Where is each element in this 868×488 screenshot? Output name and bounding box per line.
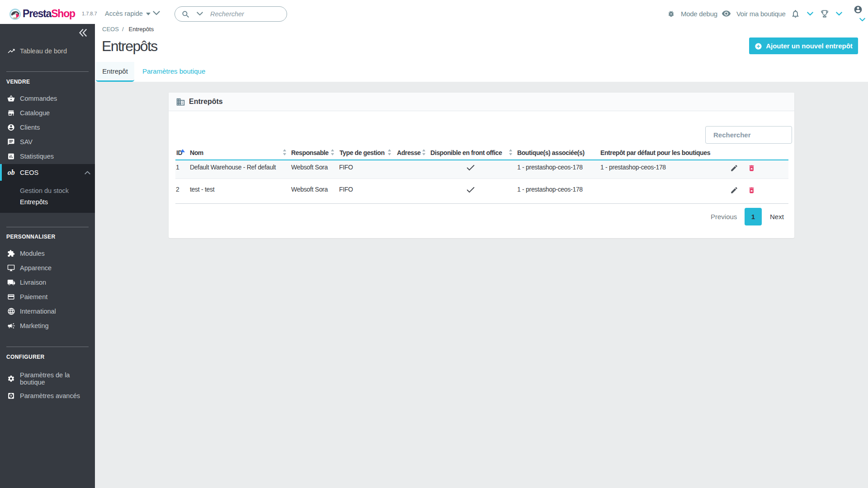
svg-text:ob: ob [8, 169, 15, 176]
